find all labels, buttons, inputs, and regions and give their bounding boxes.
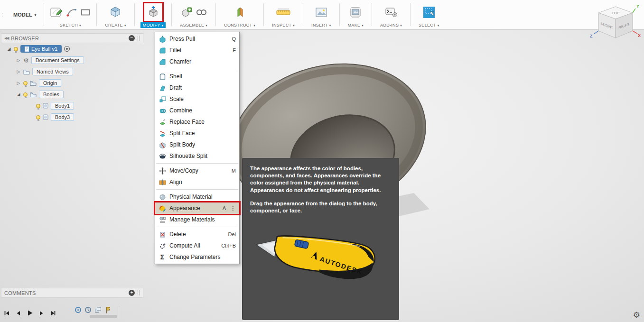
visibility-bulb-icon[interactable] xyxy=(36,115,40,120)
activate-component-radio[interactable] xyxy=(64,46,70,52)
collapsed-arrow-icon[interactable]: ▷ xyxy=(16,69,21,74)
menu-item-shortcut: M xyxy=(232,168,236,174)
browser-row-body1[interactable]: Body1 xyxy=(1,100,143,111)
main-toolbar: ⋮ MODEL ▾ SKETCH ▾ xyxy=(0,0,644,30)
timeline-play-button[interactable] xyxy=(27,310,33,316)
menu-item-change-parameters[interactable]: Σ Change Parameters xyxy=(155,251,239,263)
construction-plane-icon[interactable] xyxy=(233,6,246,18)
make-3d-print-icon[interactable] xyxy=(350,7,361,18)
collapsed-arrow-icon[interactable]: ▷ xyxy=(16,58,21,63)
visibility-bulb-icon[interactable] xyxy=(23,81,28,85)
chevron-down-icon: ▾ xyxy=(253,24,255,27)
timeline-begin-button[interactable] xyxy=(4,310,10,316)
addins-menu-button[interactable]: ADD-INS ▾ xyxy=(378,22,404,28)
collapsed-arrow-icon[interactable]: ▷ xyxy=(16,81,21,85)
toolbar-group-addins: ADD-INS ▾ xyxy=(372,0,410,29)
sketch-spline-icon[interactable] xyxy=(66,7,77,18)
new-component-icon[interactable] xyxy=(181,7,192,18)
root-component-item[interactable]: Eye Ball v1 xyxy=(20,45,62,53)
menu-item-split-body[interactable]: Split Body xyxy=(155,139,239,150)
menu-item-silhouette-split[interactable]: Silhouette Split xyxy=(155,150,239,162)
assemble-menu-button[interactable]: ASSEMBLE ▾ xyxy=(177,22,210,28)
move-copy-icon xyxy=(159,167,166,175)
menu-item-chamfer[interactable]: Chamfer xyxy=(155,56,239,67)
display-settings-gear-icon[interactable]: ⚙ xyxy=(633,310,640,320)
menu-item-label: Appearance xyxy=(169,205,219,212)
menu-item-shell[interactable]: Shell xyxy=(155,71,239,82)
toolbar-grip[interactable]: ⋮ xyxy=(0,0,6,29)
measure-ruler-icon[interactable] xyxy=(276,7,291,18)
menu-item-replace-face[interactable]: Replace Face xyxy=(155,116,239,128)
menu-item-appearance[interactable]: Appearance A ⋮ xyxy=(155,202,239,214)
browser-item-label[interactable]: Origin xyxy=(39,79,61,87)
sketch-menu-button[interactable]: SKETCH ▾ xyxy=(57,22,84,28)
expanded-arrow-icon[interactable]: ◢ xyxy=(16,92,21,97)
timeline-scrollbar[interactable] xyxy=(90,315,117,318)
joint-icon[interactable] xyxy=(196,7,207,18)
browser-drag-handle[interactable] xyxy=(138,36,140,41)
comments-drag-handle[interactable] xyxy=(138,290,140,295)
modify-menu-button[interactable]: MODIFY ▾ xyxy=(140,22,166,28)
menu-item-scale[interactable]: Scale xyxy=(155,93,239,105)
menu-item-fillet[interactable]: Fillet F xyxy=(155,45,239,56)
make-menu-button[interactable]: MAKE ▾ xyxy=(345,22,366,28)
timeline-appearance-feature-icon[interactable] xyxy=(105,306,112,314)
timeline-step-back-button[interactable] xyxy=(15,310,21,316)
timeline-combine-feature-icon[interactable] xyxy=(94,306,102,313)
menu-item-split-face[interactable]: Split Face xyxy=(155,128,239,139)
menu-item-draft[interactable]: Draft xyxy=(155,82,239,93)
browser-row-root[interactable]: ◢ Eye Ball v1 xyxy=(1,43,143,55)
viewcube[interactable]: TOP FRONT RIGHT Y X Z xyxy=(589,3,642,52)
create-sketch-icon[interactable] xyxy=(50,6,63,18)
timeline-end-button[interactable] xyxy=(50,310,56,316)
create-menu-button[interactable]: CREATE ▾ xyxy=(103,22,128,28)
browser-item-label[interactable]: Document Settings xyxy=(31,56,84,64)
browser-item-label[interactable]: Body3 xyxy=(51,113,74,121)
browser-minimize-button[interactable]: − xyxy=(129,35,135,41)
attached-canvas-icon[interactable] xyxy=(315,7,327,18)
menu-item-delete[interactable]: Delete Del xyxy=(155,229,239,240)
sketch-rectangle-icon[interactable] xyxy=(80,7,91,18)
visibility-bulb-icon[interactable] xyxy=(36,104,40,108)
select-menu-button[interactable]: SELECT ▾ xyxy=(416,22,442,28)
timeline-sphere-feature-icon[interactable] xyxy=(75,306,82,313)
align-icon xyxy=(159,178,166,186)
timeline-revolve-feature-icon[interactable] xyxy=(84,306,92,313)
menu-item-physical-material[interactable]: Physical Material xyxy=(155,191,239,202)
browser-row-named-views[interactable]: ▷ Named Views xyxy=(1,66,143,77)
browser-item-label[interactable]: Body1 xyxy=(51,102,74,110)
browser-row-body3[interactable]: Body3 xyxy=(1,111,143,123)
press-pull-toolbar-icon[interactable] xyxy=(147,6,159,18)
menu-item-manage-materials[interactable]: Manage Materials xyxy=(155,214,239,225)
browser-item-label[interactable]: Bodies xyxy=(39,91,64,98)
chevron-down-icon: ▾ xyxy=(162,24,164,27)
construct-menu-button[interactable]: CONSTRUCT ▾ xyxy=(222,22,258,28)
browser-row-document-settings[interactable]: ▷ ⚙ Document Settings xyxy=(1,55,143,66)
menu-separator xyxy=(156,69,238,69)
menu-item-press-pull[interactable]: Press Pull Q xyxy=(155,33,239,45)
menu-item-compute-all[interactable]: Compute All Ctrl+B xyxy=(155,240,239,251)
menu-item-align[interactable]: Align xyxy=(155,176,239,188)
shell-icon xyxy=(159,73,166,80)
browser-row-origin[interactable]: ▷ Origin xyxy=(1,77,143,89)
scripts-addins-icon[interactable] xyxy=(385,7,398,18)
select-window-icon[interactable] xyxy=(423,6,435,18)
body-icon xyxy=(43,114,48,120)
browser-row-bodies[interactable]: ◢ Bodies xyxy=(1,89,143,100)
menu-item-combine[interactable]: Combine xyxy=(155,105,239,116)
comments-expand-button[interactable]: + xyxy=(129,290,135,296)
visibility-bulb-icon[interactable] xyxy=(14,47,18,51)
browser-item-label[interactable]: Named Views xyxy=(32,68,73,75)
insert-menu-button[interactable]: INSERT ▾ xyxy=(309,22,333,28)
more-options-icon[interactable]: ⋮ xyxy=(229,205,236,212)
workspace-switcher-button[interactable]: MODEL ▾ xyxy=(6,0,44,29)
visibility-bulb-icon[interactable] xyxy=(23,92,28,97)
create-form-icon[interactable] xyxy=(109,6,121,18)
menu-separator xyxy=(156,163,238,164)
inspect-menu-button[interactable]: INSPECT ▾ xyxy=(270,22,297,28)
menu-item-label: Physical Material xyxy=(169,193,233,200)
collapse-browser-icon[interactable]: ◀◀ xyxy=(4,36,8,40)
menu-item-move-copy[interactable]: Move/Copy M xyxy=(155,165,239,176)
expanded-arrow-icon[interactable]: ◢ xyxy=(7,46,11,51)
timeline-step-forward-button[interactable] xyxy=(38,310,45,316)
